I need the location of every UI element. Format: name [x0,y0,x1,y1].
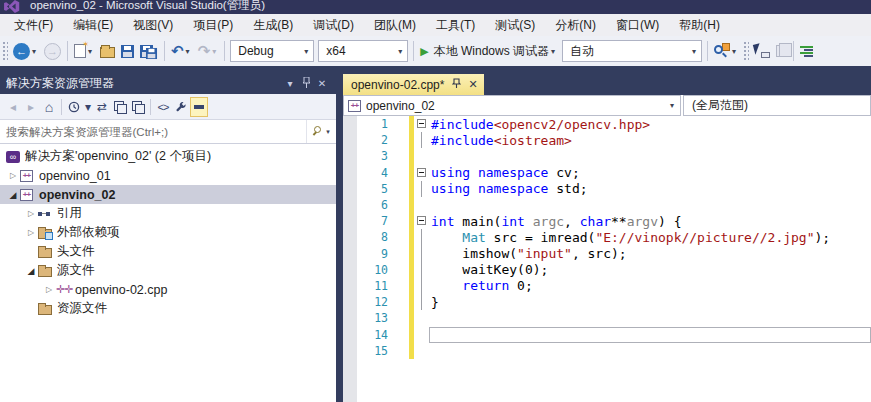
scope-name: (全局范围) [692,97,748,114]
sync-with-active-document-icon[interactable]: ⇄ [93,97,111,117]
code-line-14[interactable]: 14 [343,326,871,342]
solution-explorer-header[interactable]: 解决方案资源管理器 ▾ ✕ [0,72,336,94]
code-editor[interactable]: 1#include<opencv2/opencv.hpp>2#include<i… [343,116,871,402]
outlining-margin[interactable] [414,165,431,181]
navigate-to-button[interactable] [751,39,773,63]
close-icon[interactable]: ✕ [314,78,330,89]
code-line-9[interactable]: 9 imshow("input", src); [343,246,871,262]
expander-collapsed-icon[interactable]: ▷ [24,228,38,237]
tree-item-project-2[interactable]: ◢++openvino_02 [0,185,336,204]
menu-item-2[interactable]: 视图(V) [123,14,183,36]
undo-button[interactable]: ↶ ▾ [168,39,195,63]
expander-collapsed-icon[interactable]: ▷ [42,285,56,294]
debugger-dropdown-caret-icon[interactable]: ▾ [549,47,557,56]
new-file-button[interactable]: ▾ [71,39,97,63]
menu-item-11[interactable]: 帮助(H) [669,14,730,36]
menu-item-6[interactable]: 团队(M) [364,14,426,36]
code-line-10[interactable]: 10 waitKey(0); [343,262,871,278]
search-options-button[interactable]: ▾ [306,120,336,143]
outlining-margin[interactable] [414,213,431,229]
menu-item-3[interactable]: 项目(P) [183,14,243,36]
tree-item-folder-6[interactable]: ◢源文件 [0,261,336,280]
close-icon[interactable]: ✕ [468,78,477,91]
code-line-7[interactable]: 7int main(int argc, char**argv) { [343,213,871,229]
outlining-margin [414,294,431,310]
code-line-1[interactable]: 1#include<opencv2/opencv.hpp> [343,116,871,132]
code-line-11[interactable]: 11 return 0; [343,278,871,294]
project-dropdown[interactable]: ++ openvino_02 ▾ [343,95,681,116]
tree-item-project-1[interactable]: ▷++openvino_01 [0,166,336,185]
tree-item-folder-5[interactable]: 头文件 [0,242,336,261]
redo-dropdown-caret-icon[interactable]: ▾ [210,47,218,56]
navigate-back-button[interactable]: ← ▾ [10,39,41,63]
expander-expanded-icon[interactable]: ◢ [6,190,20,200]
solution-configuration-dropdown[interactable]: Debug ▾ [230,40,314,62]
search-input[interactable] [0,120,306,143]
code-line-4[interactable]: 4using namespace cv; [343,165,871,181]
properties-wrench-icon[interactable] [172,97,190,117]
back-dropdown-caret-icon[interactable]: ▾ [30,47,38,56]
save-all-button[interactable] [137,39,161,63]
play-icon: ▶ [420,45,428,58]
line-operations-button[interactable] [797,39,816,63]
expander-expanded-icon[interactable]: ◢ [24,266,38,276]
menu-item-9[interactable]: 分析(N) [545,14,606,36]
preview-selected-items-toggle[interactable] [190,97,208,117]
menu-item-7[interactable]: 工具(T) [426,14,485,36]
code-line-5[interactable]: 5using namespace std; [343,181,871,197]
pin-icon[interactable] [452,78,461,92]
code-line-12[interactable]: 12} [343,294,871,310]
tree-item-cpp-file-7[interactable]: ▷✛✛openvino-02.cpp [0,280,336,299]
code-line-8[interactable]: 8 Mat src = imread("E://vinopk//picture/… [343,229,871,245]
find-in-files-button[interactable]: ▾ [711,39,741,63]
tree-item-folder-8[interactable]: 资源文件 [0,299,336,318]
document-tab[interactable]: openvino-02.cpp* ✕ [343,74,484,95]
tree-item-ext-deps-4[interactable]: ▷外部依赖项 [0,223,336,242]
collapse-all-icon[interactable] [129,97,147,117]
document-tab-strip: openvino-02.cpp* ✕ [343,74,871,95]
pin-icon[interactable] [298,77,314,90]
expander-collapsed-icon[interactable]: ▷ [6,171,20,180]
tree-item-references-3[interactable]: ▷引用 [0,204,336,223]
undo-dropdown-caret-icon[interactable]: ▾ [184,47,192,56]
window-position-chevron-icon[interactable]: ▾ [282,78,298,89]
panel-splitter[interactable] [336,66,343,402]
code-line-2[interactable]: 2#include<iostream> [343,132,871,148]
refresh-icon[interactable] [111,97,129,117]
outlining-margin[interactable] [414,116,431,132]
toolbar-separator [150,99,151,115]
menu-item-4[interactable]: 生成(B) [243,14,303,36]
find-dropdown-caret-icon[interactable]: ▾ [730,47,738,56]
code-text: using namespace std; [431,181,588,196]
toolbar-grip[interactable] [743,41,749,61]
code-line-15[interactable]: 15 [343,343,871,359]
menu-item-8[interactable]: 测试(S) [485,14,545,36]
paste-button[interactable] [773,39,790,63]
tree-item-solution-0[interactable]: ∞解决方案'openvino_02' (2 个项目) [0,147,336,166]
forward-icon[interactable]: ▸ [22,97,40,117]
navigate-forward-button[interactable]: → [41,39,64,63]
pending-changes-filter-icon[interactable] [65,97,83,117]
menu-item-5[interactable]: 调试(D) [303,14,364,36]
outlining-margin [414,310,431,326]
start-debugging-button[interactable]: ▶ 本地 Windows 调试器 ▾ [417,39,560,63]
open-file-button[interactable] [97,39,118,63]
code-line-3[interactable]: 3 [343,148,871,164]
redo-button[interactable]: ↷ ▾ [195,39,222,63]
filter-dropdown-caret-icon[interactable]: ▾ [83,97,93,117]
scope-dropdown[interactable]: (全局范围) [683,95,871,116]
menu-item-1[interactable]: 编辑(E) [63,14,123,36]
home-icon[interactable]: ⌂ [40,97,58,117]
back-icon[interactable]: ◂ [4,97,22,117]
toolbar-grip[interactable] [2,41,8,61]
attach-mode-dropdown[interactable]: 自动 ▾ [562,40,702,62]
code-line-6[interactable]: 6 [343,197,871,213]
code-line-13[interactable]: 13 [343,310,871,326]
menu-item-10[interactable]: 窗口(W) [606,14,669,36]
save-button[interactable] [118,39,137,63]
solution-platform-dropdown[interactable]: x64 ▾ [318,40,408,62]
menu-item-0[interactable]: 文件(F) [4,14,63,36]
view-code-icon[interactable]: <> [154,97,172,117]
tree-item-label: 源文件 [56,262,95,279]
expander-collapsed-icon[interactable]: ▷ [24,209,38,218]
